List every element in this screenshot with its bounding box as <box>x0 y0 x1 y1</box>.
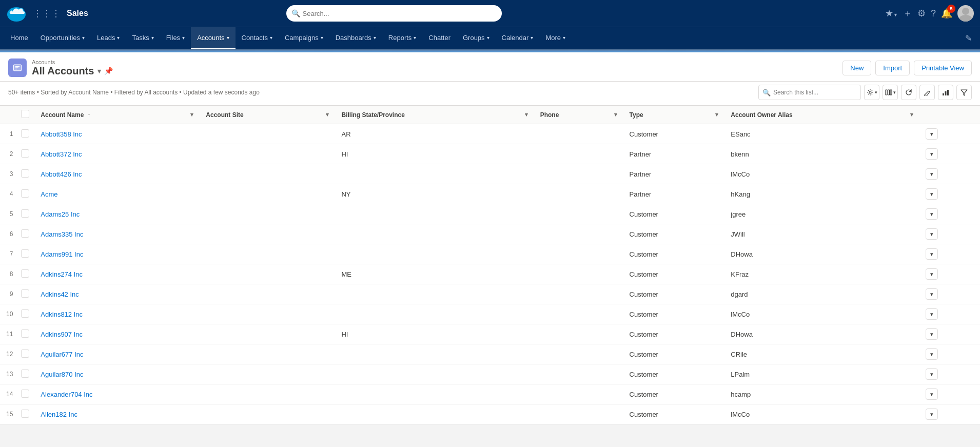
nav-item-home[interactable]: Home <box>4 27 34 49</box>
add-button[interactable]: ＋ <box>903 7 912 20</box>
columns-button[interactable]: ▾ <box>883 85 898 100</box>
row-checkbox[interactable] <box>21 410 29 418</box>
row-checkbox-cell[interactable] <box>18 224 34 244</box>
row-checkbox[interactable] <box>21 149 29 158</box>
account-name-link[interactable]: Adkins42 Inc <box>41 290 79 298</box>
row-checkbox-cell[interactable] <box>18 124 34 144</box>
nav-item-leads[interactable]: Leads ▾ <box>91 27 126 49</box>
row-checkbox[interactable] <box>21 169 29 178</box>
account-name-link[interactable]: Adams25 Inc <box>41 210 80 218</box>
row-checkbox-cell[interactable] <box>18 304 34 324</box>
printable-view-button[interactable]: Printable View <box>914 61 972 75</box>
nav-item-accounts[interactable]: Accounts ▾ <box>191 27 235 49</box>
settings-button[interactable]: ▾ <box>864 85 879 100</box>
account-name-link[interactable]: Acme <box>41 190 57 198</box>
account-name-link[interactable]: Adams991 Inc <box>41 250 83 258</box>
nav-edit-icon[interactable]: ✎ <box>961 27 976 49</box>
select-all-checkbox[interactable] <box>21 110 29 118</box>
nav-item-more[interactable]: More ▾ <box>539 27 572 49</box>
row-action-button[interactable]: ▾ <box>926 308 938 320</box>
row-action-button[interactable]: ▾ <box>926 228 938 240</box>
col-account-name[interactable]: Account Name ↑ ▾ <box>34 106 200 124</box>
row-action-button[interactable]: ▾ <box>926 168 938 180</box>
nav-item-tasks[interactable]: Tasks ▾ <box>126 27 160 49</box>
account-name-link[interactable]: Adkins812 Inc <box>41 310 83 318</box>
row-checkbox-cell[interactable] <box>18 344 34 364</box>
account-name-link[interactable]: Adams335 Inc <box>41 230 83 238</box>
row-checkbox[interactable] <box>21 269 29 278</box>
row-checkbox-cell[interactable] <box>18 164 34 184</box>
salesforce-logo[interactable] <box>6 3 27 24</box>
row-checkbox-cell[interactable] <box>18 184 34 204</box>
row-checkbox[interactable] <box>21 349 29 358</box>
row-checkbox-cell[interactable] <box>18 204 34 224</box>
row-action-button[interactable]: ▾ <box>926 128 938 140</box>
favorites-button[interactable]: ★▼ <box>885 8 898 19</box>
row-checkbox[interactable] <box>21 390 29 398</box>
setup-icon[interactable]: ⚙ <box>917 8 926 19</box>
nav-item-chatter[interactable]: Chatter <box>422 27 457 49</box>
list-title-chevron-icon[interactable]: ▾ <box>97 67 101 75</box>
row-checkbox[interactable] <box>21 209 29 218</box>
row-action-button[interactable]: ▾ <box>926 328 938 340</box>
account-name-link[interactable]: Aguilar870 Inc <box>41 371 83 378</box>
col-owner-alias[interactable]: Account Owner Alias ▾ <box>724 106 919 124</box>
row-action-button[interactable]: ▾ <box>926 188 938 200</box>
row-checkbox[interactable] <box>21 370 29 378</box>
col-type[interactable]: Type ▾ <box>623 106 725 124</box>
col-billing-state[interactable]: Billing State/Province ▾ <box>335 106 534 124</box>
row-checkbox-cell[interactable] <box>18 384 34 404</box>
row-checkbox-cell[interactable] <box>18 404 34 424</box>
row-checkbox-cell[interactable] <box>18 244 34 264</box>
row-action-button[interactable]: ▾ <box>926 268 938 280</box>
app-grid-icon[interactable]: ⋮⋮⋮ <box>31 6 63 21</box>
row-action-button[interactable]: ▾ <box>926 368 938 380</box>
row-action-button[interactable]: ▾ <box>926 348 938 360</box>
account-name-link[interactable]: Abbott358 Inc <box>41 130 82 138</box>
search-input[interactable] <box>286 5 502 22</box>
row-checkbox-cell[interactable] <box>18 264 34 284</box>
pin-icon[interactable]: 📌 <box>104 67 113 75</box>
row-checkbox[interactable] <box>21 189 29 198</box>
account-name-link[interactable]: Alexander704 Inc <box>41 391 92 398</box>
edit-columns-button[interactable] <box>919 85 935 100</box>
nav-item-groups[interactable]: Groups ▾ <box>457 27 496 49</box>
account-name-link[interactable]: Adkins274 Inc <box>41 270 83 278</box>
table-scroll-container[interactable]: Account Name ↑ ▾ Account Site ▾ Billing … <box>0 106 980 424</box>
row-action-button[interactable]: ▾ <box>926 248 938 260</box>
col-checkbox[interactable] <box>18 106 34 124</box>
row-action-button[interactable]: ▾ <box>926 148 938 160</box>
row-checkbox-cell[interactable] <box>18 324 34 344</box>
nav-item-files[interactable]: Files ▾ <box>160 27 191 49</box>
account-name-link[interactable]: Adkins907 Inc <box>41 331 83 338</box>
nav-item-calendar[interactable]: Calendar ▾ <box>496 27 540 49</box>
row-checkbox[interactable] <box>21 229 29 238</box>
account-name-link[interactable]: Allen182 Inc <box>41 411 77 418</box>
row-checkbox-cell[interactable] <box>18 144 34 164</box>
row-checkbox[interactable] <box>21 309 29 318</box>
row-action-button[interactable]: ▾ <box>926 409 938 420</box>
filter-button[interactable] <box>956 85 972 100</box>
nav-item-contacts[interactable]: Contacts ▾ <box>236 27 279 49</box>
row-checkbox-cell[interactable] <box>18 284 34 304</box>
col-phone[interactable]: Phone ▾ <box>534 106 623 124</box>
row-checkbox[interactable] <box>21 249 29 258</box>
account-name-link[interactable]: Abbott426 Inc <box>41 170 82 178</box>
nav-item-campaigns[interactable]: Campaigns ▾ <box>279 27 329 49</box>
nav-item-dashboards[interactable]: Dashboards ▾ <box>329 27 382 49</box>
nav-item-reports[interactable]: Reports ▾ <box>382 27 423 49</box>
row-checkbox[interactable] <box>21 329 29 338</box>
account-name-link[interactable]: Aguilar677 Inc <box>41 351 83 358</box>
refresh-button[interactable] <box>901 85 916 100</box>
help-button[interactable]: ? <box>931 8 936 19</box>
charts-button[interactable] <box>938 85 953 100</box>
import-button[interactable]: Import <box>875 61 910 75</box>
account-name-link[interactable]: Abbott372 Inc <box>41 150 82 158</box>
nav-item-opportunities[interactable]: Opportunities ▾ <box>34 27 91 49</box>
notifications-button[interactable]: 🔔 5 <box>941 8 952 19</box>
list-search-input[interactable] <box>758 85 861 100</box>
new-button[interactable]: New <box>842 61 871 75</box>
col-account-site[interactable]: Account Site ▾ <box>200 106 335 124</box>
user-avatar[interactable] <box>957 5 974 22</box>
row-action-button[interactable]: ▾ <box>926 288 938 300</box>
